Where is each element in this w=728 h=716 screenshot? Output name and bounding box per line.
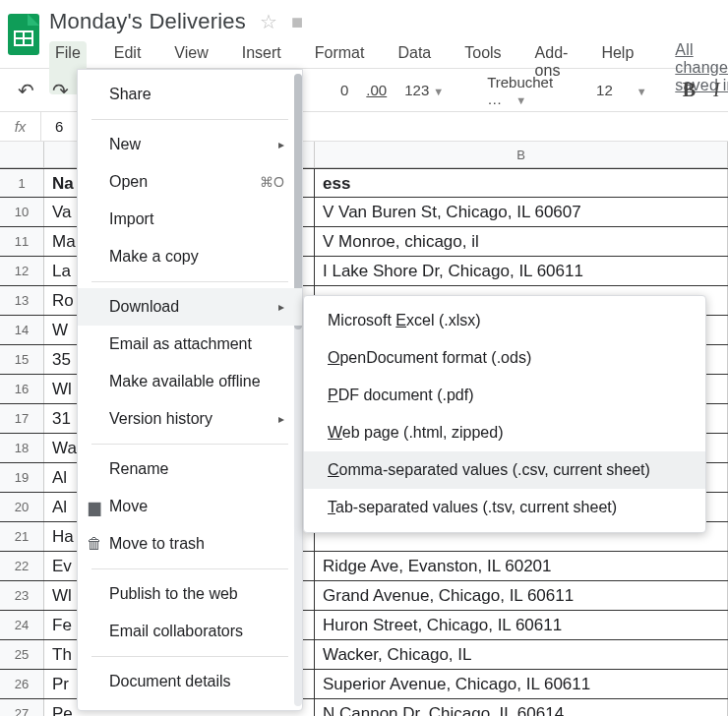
undo-icon[interactable]: ↶ xyxy=(18,79,34,102)
number-format[interactable]: 123▼ xyxy=(404,82,444,98)
file-version-history[interactable]: Version history▸ xyxy=(78,400,302,438)
cell-b[interactable]: I Lake Shore Dr, Chicago, IL 60611 xyxy=(315,257,728,285)
download-option[interactable]: Web page (.html, zipped) xyxy=(304,414,705,451)
folder-icon: ▆ xyxy=(86,498,103,516)
row-header[interactable]: 17 xyxy=(0,404,44,433)
row-header[interactable]: 26 xyxy=(0,670,44,698)
font-family[interactable]: Trebuchet …▼ xyxy=(479,71,561,110)
row-header[interactable]: 24 xyxy=(0,611,44,639)
submenu-arrow-icon: ▸ xyxy=(278,138,284,151)
file-document-details[interactable]: Document details xyxy=(78,663,302,700)
file-email-collaborators[interactable]: Email collaborators xyxy=(78,613,302,650)
file-menu: Share New▸ Open⌘O Import Make a copy Dow… xyxy=(77,69,303,711)
fx-label: fx xyxy=(0,112,41,142)
file-move[interactable]: ▆Move xyxy=(78,488,302,525)
file-import[interactable]: Import xyxy=(78,201,302,238)
redo-icon[interactable]: ↷ xyxy=(52,79,69,102)
italic-button[interactable]: I xyxy=(713,79,720,101)
file-new[interactable]: New▸ xyxy=(78,126,302,163)
row-header[interactable]: 15 xyxy=(0,345,44,374)
row-header[interactable]: 22 xyxy=(0,552,44,580)
cell-b[interactable]: N Cannon Dr, Chicago, IL 60614 xyxy=(315,699,728,716)
folder-icon[interactable]: ■ xyxy=(291,11,303,33)
file-email-attachment[interactable]: Email as attachment xyxy=(78,326,302,363)
download-option[interactable]: OpenDocument format (.ods) xyxy=(304,339,705,377)
row-header[interactable]: 20 xyxy=(0,493,44,521)
file-publish-web[interactable]: Publish to the web xyxy=(78,575,302,613)
bold-button[interactable]: B xyxy=(683,79,696,101)
row-header[interactable]: 12 xyxy=(0,257,44,285)
download-option[interactable]: Comma-separated values (.csv, current sh… xyxy=(304,451,705,489)
doc-title[interactable]: Monday's Deliveries xyxy=(49,9,246,34)
sheets-logo[interactable] xyxy=(8,8,39,61)
row-header[interactable]: 27 xyxy=(0,699,44,716)
row-header[interactable]: 1 xyxy=(0,169,44,197)
download-option[interactable]: Microsoft Excel (.xlsx) xyxy=(304,302,705,339)
file-rename[interactable]: Rename xyxy=(78,450,302,488)
cell-b[interactable]: V Van Buren St, Chicago, IL 60607 xyxy=(315,198,728,226)
fx-value[interactable]: 6 xyxy=(41,118,64,135)
file-download[interactable]: Download▸ xyxy=(78,288,302,326)
row-header[interactable]: 19 xyxy=(0,463,44,492)
file-available-offline[interactable]: Make available offline xyxy=(78,363,302,400)
cell-b[interactable]: V Monroe, chicago, il xyxy=(315,227,728,256)
file-make-copy[interactable]: Make a copy xyxy=(78,238,302,275)
font-size[interactable]: 12▼ xyxy=(596,82,647,98)
star-icon[interactable]: ☆ xyxy=(260,10,277,33)
row-header[interactable]: 25 xyxy=(0,640,44,669)
col-header-b[interactable]: B xyxy=(315,142,728,167)
file-open[interactable]: Open⌘O xyxy=(78,163,302,201)
row-header[interactable]: 14 xyxy=(0,316,44,344)
cell-b[interactable]: ess xyxy=(315,169,728,197)
file-move-trash[interactable]: 🗑Move to trash xyxy=(78,525,302,563)
cell-b[interactable]: Grand Avenue, Chicago, IL 60611 xyxy=(315,581,728,610)
row-header[interactable]: 23 xyxy=(0,581,44,610)
doc-header: Monday's Deliveries ☆ ■ FileEditViewInse… xyxy=(0,0,728,69)
toolbar-frag-zero: 0 xyxy=(340,82,348,98)
submenu-arrow-icon: ▸ xyxy=(278,412,284,426)
cell-b[interactable]: Superior Avenue, Chicago, IL 60611 xyxy=(315,670,728,698)
row-header[interactable]: 13 xyxy=(0,286,44,315)
row-header[interactable]: 18 xyxy=(0,434,44,462)
cell-b[interactable]: Ridge Ave, Evanston, IL 60201 xyxy=(315,552,728,580)
select-all-cell[interactable] xyxy=(0,142,44,167)
download-option[interactable]: Tab-separated values (.tsv, current shee… xyxy=(304,489,705,526)
download-submenu: Microsoft Excel (.xlsx)OpenDocument form… xyxy=(303,295,706,533)
cell-b[interactable]: Huron Street, Chicago, IL 60611 xyxy=(315,611,728,639)
row-header[interactable]: 11 xyxy=(0,227,44,256)
trash-icon: 🗑 xyxy=(86,535,103,553)
row-header[interactable]: 21 xyxy=(0,522,44,551)
row-header[interactable]: 16 xyxy=(0,375,44,403)
file-share[interactable]: Share xyxy=(78,76,302,113)
decimal-increase[interactable]: .00 xyxy=(366,82,387,98)
row-header[interactable]: 10 xyxy=(0,198,44,226)
download-option[interactable]: PDF document (.pdf) xyxy=(304,377,705,414)
submenu-arrow-icon: ▸ xyxy=(278,300,284,314)
cell-b[interactable]: Wacker, Chicago, IL xyxy=(315,640,728,669)
